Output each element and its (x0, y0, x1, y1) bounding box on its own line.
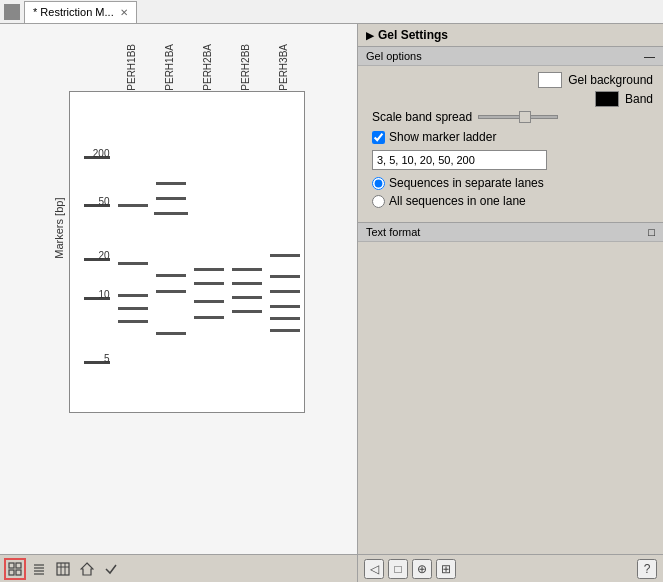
toolbar-btn-table[interactable] (52, 558, 74, 580)
scale-slider[interactable] (478, 115, 558, 119)
band (156, 332, 186, 335)
scale-slider-thumb[interactable] (519, 111, 531, 123)
sequences-one-row: All sequences in one lane (372, 194, 653, 208)
band (232, 268, 262, 271)
band (270, 290, 300, 293)
band (118, 204, 148, 207)
status-prev-button[interactable]: ◁ (364, 559, 384, 579)
lane-perh2bb (228, 92, 266, 412)
status-bar: ◁ □ ⊕ ⊞ ? (358, 554, 663, 582)
left-panel: Markers [bp] PERH1BB PERH1BA PERH2BA (0, 24, 358, 582)
sequences-separate-radio[interactable] (372, 177, 385, 190)
band (156, 197, 186, 200)
panel-title-label: Gel Settings (378, 28, 448, 42)
marker-label-20: 20 (98, 250, 109, 261)
gel-body: 200 50 20 10 5 (69, 91, 305, 413)
band (156, 182, 186, 185)
band (270, 275, 300, 278)
band (194, 268, 224, 271)
band (154, 212, 188, 215)
sequences-separate-label: Sequences in separate lanes (389, 176, 544, 190)
check-icon (104, 562, 118, 576)
svg-marker-12 (81, 563, 93, 575)
table-icon (56, 562, 70, 576)
marker-column: 200 50 20 10 5 (70, 92, 114, 412)
band (270, 305, 300, 308)
sequences-one-radio[interactable] (372, 195, 385, 208)
gel-background-row: Gel background (368, 72, 653, 88)
gel-options-content: Gel background Band Scale band spread Sh… (358, 66, 663, 218)
show-marker-label: Show marker ladder (389, 130, 496, 144)
lane-header-perh2bb: PERH2BB (227, 44, 265, 91)
toolbar-btn-home[interactable] (76, 558, 98, 580)
gel-options-collapse[interactable]: — (644, 50, 655, 62)
lane-header-perh1bb: PERH1BB (113, 44, 151, 91)
y-axis-label: Markers [bp] (53, 44, 65, 413)
panel-arrow-icon: ▶ (366, 30, 374, 41)
band (232, 310, 262, 313)
toolbar-btn-check[interactable] (100, 558, 122, 580)
status-left: ◁ □ ⊕ ⊞ (364, 559, 456, 579)
marker-label-5: 5 (104, 353, 110, 364)
band (118, 262, 148, 265)
marker-label-50: 50 (98, 196, 109, 207)
marker-label-10: 10 (98, 289, 109, 300)
svg-rect-0 (9, 563, 14, 568)
show-marker-row: Show marker ladder (372, 130, 653, 144)
show-marker-checkbox[interactable] (372, 131, 385, 144)
lane-perh1ba (152, 92, 190, 412)
band (232, 296, 262, 299)
band (194, 316, 224, 319)
toolbar-btn-list[interactable] (28, 558, 50, 580)
text-format-label: Text format (366, 226, 420, 238)
sequences-one-label: All sequences in one lane (389, 194, 526, 208)
status-grid-button[interactable]: ⊞ (436, 559, 456, 579)
sequences-separate-row: Sequences in separate lanes (372, 176, 653, 190)
svg-rect-1 (16, 563, 21, 568)
band (118, 294, 148, 297)
toolbar-btn-grid[interactable] (4, 558, 26, 580)
right-panel: ▶ Gel Settings Gel options — Gel backgro… (358, 24, 663, 582)
status-right: ? (637, 559, 657, 579)
band (194, 282, 224, 285)
band-color-row: Band (368, 91, 653, 107)
gel-options-header: Gel options — (358, 47, 663, 66)
gel-options-label: Gel options (366, 50, 422, 62)
band (194, 300, 224, 303)
band (270, 254, 300, 257)
gel-inner: PERH1BB PERH1BA PERH2BA PERH2BB PERH3BA (69, 44, 305, 413)
svg-rect-3 (16, 570, 21, 575)
text-format-expand-icon[interactable]: □ (648, 226, 655, 238)
lane-perh3ba (266, 92, 304, 412)
band-color[interactable] (595, 91, 619, 107)
text-format-header: Text format □ (358, 222, 663, 242)
lane-header-perh1ba: PERH1BA (151, 44, 189, 91)
tab-close-button[interactable]: ✕ (120, 7, 128, 18)
app-icon (4, 4, 20, 20)
status-square-button[interactable]: □ (388, 559, 408, 579)
help-button[interactable]: ? (637, 559, 657, 579)
gel-container: Markers [bp] PERH1BB PERH1BA PERH2BA (53, 44, 305, 413)
scale-row: Scale band spread (372, 110, 653, 124)
lane-perh2ba (190, 92, 228, 412)
marker-values-input[interactable]: 3, 5, 10, 20, 50, 200 (372, 150, 547, 170)
gel-background-label: Gel background (568, 73, 653, 87)
lane-perh1bb (114, 92, 152, 412)
status-zoom-button[interactable]: ⊕ (412, 559, 432, 579)
band (156, 274, 186, 277)
band-label: Band (625, 92, 653, 106)
svg-rect-2 (9, 570, 14, 575)
panel-title: ▶ Gel Settings (358, 24, 663, 47)
document-tab[interactable]: * Restriction M... ✕ (24, 1, 137, 23)
band (118, 307, 148, 310)
svg-rect-8 (57, 563, 69, 575)
grid-icon (8, 562, 22, 576)
band (118, 320, 148, 323)
marker-label-200: 200 (93, 148, 110, 159)
main-container: Markers [bp] PERH1BB PERH1BA PERH2BA (0, 24, 663, 582)
tab-label: * Restriction M... (33, 6, 114, 18)
band (232, 282, 262, 285)
home-icon (80, 562, 94, 576)
gel-background-color[interactable] (538, 72, 562, 88)
lane-headers: PERH1BB PERH1BA PERH2BA PERH2BB PERH3BA (113, 44, 305, 91)
